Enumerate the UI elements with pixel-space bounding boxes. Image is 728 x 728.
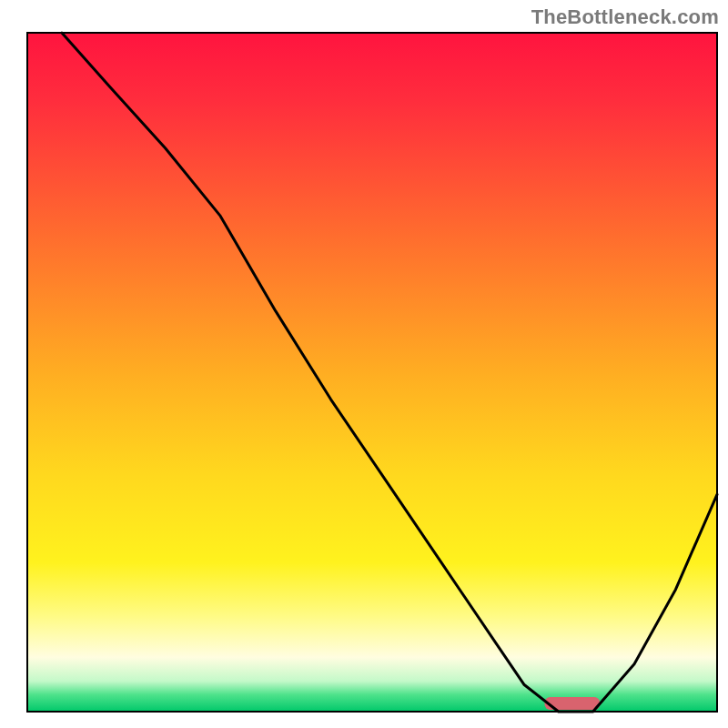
bottleneck-chart: TheBottleneck.com xyxy=(0,0,728,728)
plot-background xyxy=(27,33,717,712)
chart-canvas xyxy=(0,0,728,728)
watermark-text: TheBottleneck.com xyxy=(531,5,719,29)
